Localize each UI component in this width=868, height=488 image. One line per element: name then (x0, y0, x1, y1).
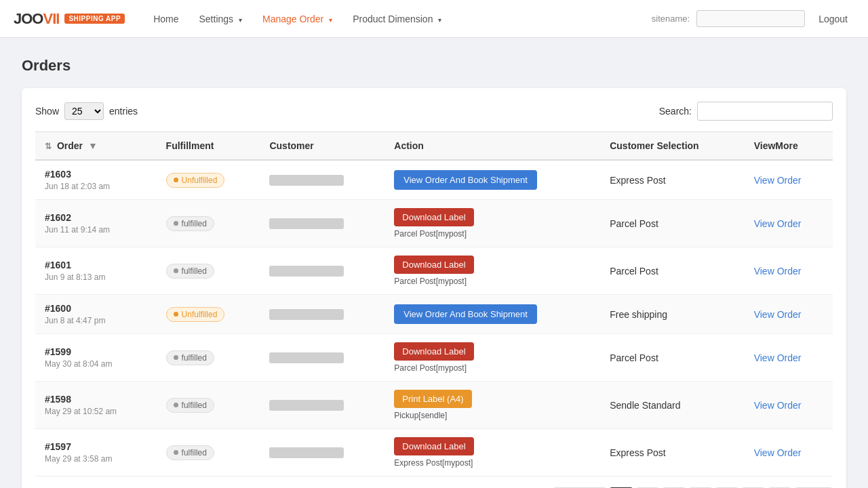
customer-bar (269, 218, 344, 229)
customer-cell (260, 295, 384, 334)
book-shipment-button[interactable]: View Order And Book Shipment (394, 304, 537, 324)
view-order-link[interactable]: View Order (754, 400, 802, 411)
search-input[interactable] (697, 102, 833, 121)
unfulfilled-badge: Unfulfilled (166, 173, 225, 188)
sort-icon: ⇅ (45, 142, 52, 151)
view-order-link[interactable]: View Order (754, 266, 802, 277)
order-id: #1599 (45, 346, 147, 357)
action-cell: Print Label (A4)Pickup[sendle] (384, 382, 600, 429)
product-dimension-caret-icon: ▾ (438, 16, 441, 24)
sitename-label: sitename: (652, 14, 690, 24)
table-row: #1600Jun 8 at 4:47 pmUnfulfilledView Ord… (35, 295, 833, 334)
order-id: #1601 (45, 260, 147, 270)
view-order-link[interactable]: View Order (754, 218, 802, 229)
order-id: #1602 (45, 212, 147, 223)
col-order[interactable]: ⇅ Order ▼ (35, 132, 157, 161)
customer-bar (269, 266, 344, 277)
order-id: #1603 (45, 169, 147, 180)
view-order-link[interactable]: View Order (754, 309, 802, 320)
customer-selection-cell: Express Post (600, 429, 744, 476)
fulfillment-cell: Unfulfilled (157, 295, 260, 334)
viewmore-cell: View Order (745, 247, 833, 295)
order-date: May 29 at 10:52 am (45, 407, 147, 416)
fulfillment-cell: fulfilled (157, 429, 260, 476)
app-label: SHIPPING APP (64, 14, 125, 24)
fulfilled-dot (174, 450, 178, 455)
customer-bar (269, 400, 344, 411)
customer-selection-cell: Free shipping (600, 295, 744, 334)
show-label: Show (35, 106, 59, 117)
action-sub: Pickup[sendle] (394, 411, 591, 420)
customer-cell (260, 160, 384, 200)
navbar: JOOVII SHIPPING APP Home Settings ▾ Mana… (0, 0, 868, 38)
col-customer: Customer (260, 132, 384, 161)
unfulfilled-dot (174, 312, 178, 317)
sitename-input[interactable] (696, 10, 805, 27)
fulfilled-dot (174, 355, 178, 360)
logo-joo: JOO (14, 10, 43, 27)
nav-home[interactable]: Home (145, 8, 186, 30)
page-content: Orders Show 25 50 100 entries Search: (0, 38, 868, 488)
action-cell: Download LabelParcel Post[mypost] (384, 200, 600, 247)
view-order-link[interactable]: View Order (754, 175, 802, 186)
fulfilled-dot (174, 221, 178, 226)
customer-selection-cell: Parcel Post (600, 247, 744, 295)
view-order-link[interactable]: View Order (754, 447, 802, 458)
customer-selection-cell: Parcel Post (600, 200, 744, 247)
customer-bar (269, 352, 344, 363)
manage-order-caret-icon: ▾ (329, 16, 332, 24)
show-entries: Show 25 50 100 entries (35, 102, 138, 120)
page-title: Orders (22, 57, 846, 75)
navbar-right: sitename: Logout (652, 9, 854, 28)
customer-cell (260, 382, 384, 429)
brand-logo: JOOVII (14, 10, 59, 28)
fulfilled-badge: fulfilled (166, 264, 214, 279)
unfulfilled-badge: Unfulfilled (166, 307, 225, 322)
nav-manage-order[interactable]: Manage Order ▾ (254, 8, 340, 30)
fulfillment-cell: fulfilled (157, 382, 260, 429)
viewmore-cell: View Order (745, 160, 833, 200)
order-cell: #1597May 29 at 3:58 am (35, 429, 157, 476)
fulfillment-cell: fulfilled (157, 334, 260, 382)
action-sub: Parcel Post[mypost] (394, 363, 591, 373)
brand: JOOVII SHIPPING APP (14, 10, 125, 28)
fulfilled-badge: fulfilled (166, 216, 214, 231)
logout-button[interactable]: Logout (812, 9, 854, 28)
download-label-button[interactable]: Download Label (394, 256, 473, 274)
search-row: Search: (659, 102, 833, 121)
order-date: May 29 at 3:58 am (45, 454, 147, 464)
viewmore-cell: View Order (745, 200, 833, 247)
viewmore-cell: View Order (745, 334, 833, 382)
download-label-button[interactable]: Download Label (394, 208, 473, 226)
nav-settings[interactable]: Settings ▾ (191, 8, 250, 30)
nav-product-dimension[interactable]: Product Dimension ▾ (344, 8, 450, 30)
orders-card: Show 25 50 100 entries Search: ⇅ Order (22, 88, 846, 488)
table-row: #1603Jun 18 at 2:03 amUnfulfilledView Or… (35, 160, 833, 200)
order-date: Jun 9 at 8:13 am (45, 272, 147, 282)
controls-row: Show 25 50 100 entries Search: (35, 102, 833, 121)
viewmore-cell: View Order (745, 295, 833, 334)
table-row: #1597May 29 at 3:58 amfulfilledDownload … (35, 429, 833, 476)
order-cell: #1599May 30 at 8:04 am (35, 334, 157, 382)
order-id: #1597 (45, 441, 147, 452)
fulfilled-badge: fulfilled (166, 445, 214, 460)
download-label-button[interactable]: Download Label (394, 437, 473, 455)
customer-bar (269, 175, 344, 186)
customer-bar (269, 447, 344, 458)
order-cell: #1603Jun 18 at 2:03 am (35, 160, 157, 200)
col-customer-selection: Customer Selection (600, 132, 744, 161)
viewmore-cell: View Order (745, 382, 833, 429)
entries-select[interactable]: 25 50 100 (64, 102, 104, 120)
action-cell: Download LabelParcel Post[mypost] (384, 247, 600, 295)
download-label-button[interactable]: Download Label (394, 342, 473, 361)
fulfillment-cell: Unfulfilled (157, 160, 260, 200)
fulfillment-cell: fulfilled (157, 247, 260, 295)
order-cell: #1601Jun 9 at 8:13 am (35, 247, 157, 295)
view-order-link[interactable]: View Order (754, 352, 802, 363)
action-cell: View Order And Book Shipment (384, 160, 600, 200)
customer-selection-cell: Express Post (600, 160, 744, 200)
order-id: #1600 (45, 303, 147, 314)
print-label-button[interactable]: Print Label (A4) (394, 390, 471, 408)
book-shipment-button[interactable]: View Order And Book Shipment (394, 170, 537, 190)
action-cell: View Order And Book Shipment (384, 295, 600, 334)
